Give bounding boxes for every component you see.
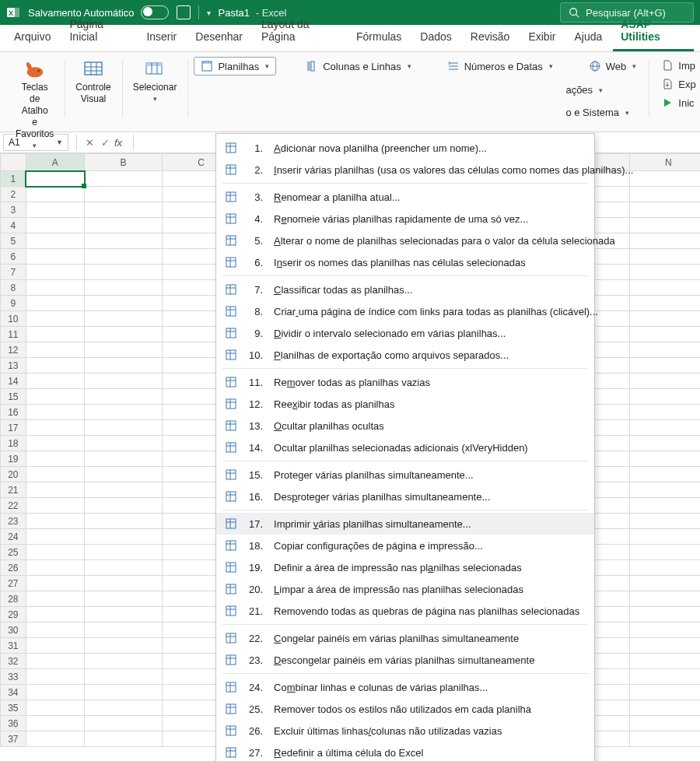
cell[interactable] [85, 420, 163, 436]
cell[interactable] [26, 467, 84, 482]
row-header[interactable]: 5 [1, 233, 26, 249]
cell[interactable] [85, 265, 163, 280]
tab-p-gina-inicial[interactable]: Página Inicial [61, 13, 135, 51]
cell[interactable] [26, 327, 84, 342]
cell[interactable] [85, 373, 163, 389]
cell[interactable] [85, 436, 163, 451]
tab-ajuda[interactable]: Ajuda [566, 26, 610, 51]
cell[interactable] [85, 389, 163, 405]
cell[interactable] [26, 622, 84, 638]
row-header[interactable]: 28 [1, 591, 26, 607]
cell[interactable] [26, 498, 84, 514]
cell[interactable] [629, 265, 700, 280]
tab-arquivo[interactable]: Arquivo [6, 26, 58, 51]
cell[interactable] [85, 358, 163, 373]
cell[interactable] [26, 716, 84, 731]
cell[interactable] [85, 498, 163, 514]
tab-f-rmulas[interactable]: Fórmulas [348, 26, 409, 51]
menu-item-14[interactable]: 14.Ocultar planilhas selecionadas adicio… [216, 437, 594, 458]
row-header[interactable]: 22 [1, 498, 26, 514]
row-header[interactable]: 21 [1, 482, 26, 498]
select-button[interactable]: Selecionar▾ [128, 57, 182, 105]
cell[interactable] [26, 233, 84, 249]
row-header[interactable]: 9 [1, 296, 26, 311]
row-header[interactable]: 25 [1, 545, 26, 560]
row-header[interactable]: 7 [1, 265, 26, 280]
cell[interactable] [85, 529, 163, 545]
menu-item-16[interactable]: 16.Desproteger várias planilhas simultan… [216, 486, 594, 507]
menu-item-11[interactable]: 11.Remover todas as planilhas vazias [216, 371, 594, 393]
row-header[interactable]: 33 [1, 669, 26, 685]
tab-desenhar[interactable]: Desenhar [187, 26, 250, 51]
cell[interactable] [85, 622, 163, 638]
menu-item-22[interactable]: 22.Congelar painéis em várias planilhas … [216, 627, 594, 649]
row-header[interactable]: 6 [1, 249, 26, 265]
row-header[interactable]: 8 [1, 280, 26, 296]
cell[interactable] [629, 373, 700, 389]
cell[interactable] [629, 405, 700, 420]
cell[interactable] [26, 342, 84, 358]
menu-item-24[interactable]: 24.Combinar linhas e colunas de várias p… [216, 676, 594, 698]
row-header[interactable]: 30 [1, 622, 26, 638]
cell[interactable] [629, 311, 700, 327]
cell[interactable] [629, 622, 700, 638]
menu-item-21[interactable]: 21.Removendo todas as quebras de página … [216, 600, 594, 622]
cell[interactable] [85, 482, 163, 498]
cell[interactable] [629, 560, 700, 576]
cell[interactable] [26, 607, 84, 622]
cell[interactable] [85, 249, 163, 265]
cell[interactable] [629, 482, 700, 498]
cell[interactable] [26, 311, 84, 327]
cell[interactable] [26, 373, 84, 389]
cell[interactable] [629, 467, 700, 482]
row-header[interactable]: 4 [1, 218, 26, 233]
row-header[interactable]: 35 [1, 700, 26, 716]
tab-revis-o[interactable]: Revisão [463, 26, 518, 51]
menu-item-20[interactable]: 20.Limpar a área de impressão nas planil… [216, 578, 594, 600]
cell[interactable] [26, 560, 84, 576]
visual-control-button[interactable]: Controle Visual [71, 57, 115, 107]
cell[interactable] [629, 451, 700, 467]
select-all-corner[interactable] [1, 154, 26, 171]
menu-item-9[interactable]: 9.Dividir o intervalo selecionado em vár… [216, 322, 594, 344]
row-header[interactable]: 1 [1, 171, 26, 187]
cell[interactable] [26, 591, 84, 607]
cell[interactable] [629, 280, 700, 296]
cell[interactable] [85, 296, 163, 311]
cell[interactable] [629, 218, 700, 233]
col-header[interactable]: B [85, 154, 163, 171]
cell[interactable] [629, 638, 700, 654]
cell[interactable] [629, 296, 700, 311]
menu-item-25[interactable]: 25.Remover todos os estilos não utilizad… [216, 698, 594, 720]
menu-item-17[interactable]: 17.Imprimir várias planilhas simultaneam… [216, 513, 594, 535]
cell[interactable] [26, 451, 84, 467]
cell[interactable] [85, 218, 163, 233]
cell[interactable] [85, 716, 163, 731]
menu-item-1[interactable]: 1.Adicionar nova planilha (preencher um … [216, 137, 594, 159]
tab-inserir[interactable]: Inserir [138, 26, 184, 51]
cell[interactable] [26, 685, 84, 700]
menu-item-15[interactable]: 15.Proteger várias planilhas simultaneam… [216, 464, 594, 486]
cell[interactable] [85, 171, 163, 187]
cell[interactable] [85, 202, 163, 218]
cell[interactable] [629, 342, 700, 358]
menu-item-3[interactable]: 3.Renomear a planilha atual... [216, 186, 594, 208]
menu-item-12[interactable]: 12.Reexibir todas as planilhas [216, 393, 594, 415]
cell[interactable] [26, 436, 84, 451]
cell[interactable] [629, 607, 700, 622]
cell[interactable] [26, 249, 84, 265]
cell[interactable] [629, 358, 700, 373]
tab-exibir[interactable]: Exibir [520, 26, 563, 51]
cell[interactable] [85, 280, 163, 296]
menu-item-19[interactable]: 19.Definir a área de impressão nas plani… [216, 556, 594, 578]
menu-item-6[interactable]: 6.Inserir os nomes das planilhas nas cél… [216, 251, 594, 273]
cell[interactable] [85, 560, 163, 576]
fx-icon[interactable]: fx [114, 137, 122, 149]
cell[interactable] [629, 529, 700, 545]
cell[interactable] [629, 498, 700, 514]
row-header[interactable]: 26 [1, 560, 26, 576]
cell[interactable] [85, 607, 163, 622]
row-header[interactable]: 10 [1, 311, 26, 327]
col-header[interactable]: A [26, 154, 84, 171]
row-header[interactable]: 3 [1, 202, 26, 218]
